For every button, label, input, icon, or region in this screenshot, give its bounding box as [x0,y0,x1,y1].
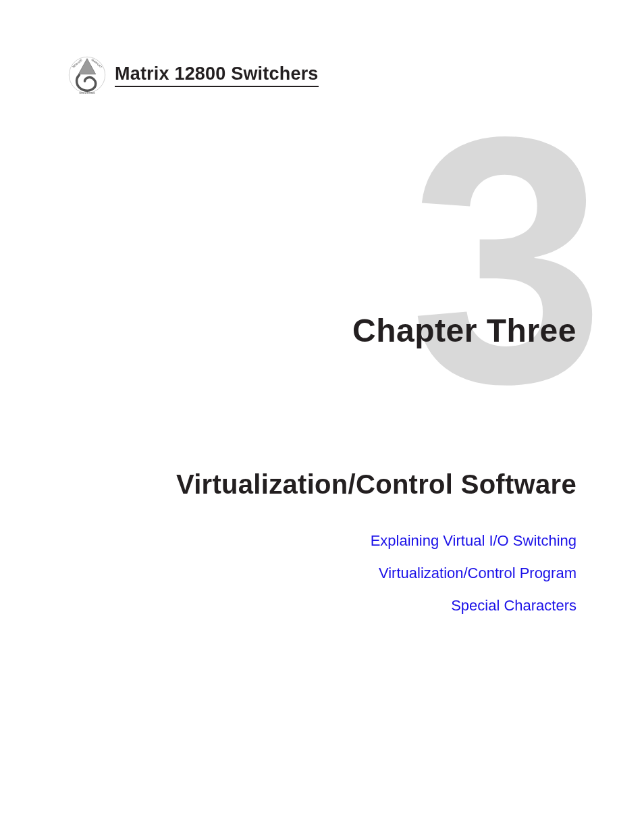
company-logo-icon: SERVICE SUPPORT SOLUTIONS [68,55,107,95]
chapter-links: Explaining Virtual I/O Switching Virtual… [371,532,576,629]
chapter-number-watermark: 3 [410,84,591,436]
page: SERVICE SUPPORT SOLUTIONS Matrix 12800 S… [0,0,644,834]
svg-text:SOLUTIONS: SOLUTIONS [79,91,95,95]
page-header: SERVICE SUPPORT SOLUTIONS Matrix 12800 S… [68,55,319,95]
product-title: Matrix 12800 Switchers [115,63,319,87]
link-explaining-virtual-io[interactable]: Explaining Virtual I/O Switching [371,532,576,550]
svg-text:SUPPORT: SUPPORT [90,58,103,70]
chapter-title: Virtualization/Control Software [176,469,576,500]
link-virtualization-control-program[interactable]: Virtualization/Control Program [371,565,576,582]
chapter-label: Chapter Three [352,312,576,349]
link-special-characters[interactable]: Special Characters [371,597,576,615]
